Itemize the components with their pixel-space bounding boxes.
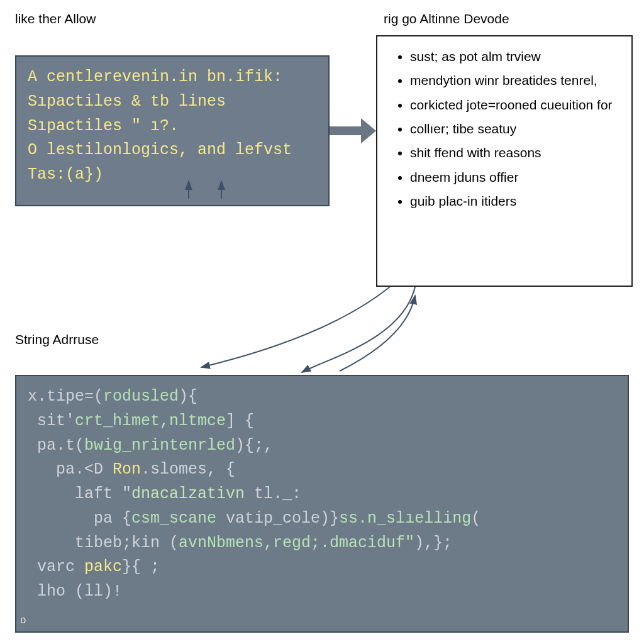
code-line: x.tipe=(rodusled){ — [28, 385, 616, 409]
upper-code-line: A centlerevenin.in bn.ifik: — [28, 65, 317, 90]
lower-code-box: x.tipe=(rodusled){ sit'crt_himet,nltmce]… — [15, 375, 629, 633]
list-item: shit ffend with reasons — [410, 144, 619, 162]
upper-code-line: Sıpactiles " ı?. — [28, 114, 317, 139]
left-header-label: like ther Allow — [15, 11, 96, 26]
code-line: tibeb;kin (avnNbmens,regd;.dmaciduf"),}; — [28, 531, 616, 556]
code-line: sit'crt_himet,nltmce] { — [28, 409, 616, 434]
list-item: sust; as pot alm trview — [410, 48, 619, 65]
right-list: sust; as pot alm trview mendytion winr b… — [396, 48, 619, 210]
code-line: varc pakc}{ ; — [28, 555, 616, 580]
list-item: guib plac-in itiders — [410, 192, 619, 210]
caret-indicator: o — [20, 613, 26, 629]
right-list-box: sust; as pot alm trview mendytion winr b… — [376, 35, 633, 287]
list-item: dneem jduns offier — [410, 169, 619, 186]
upper-code-box: A centlerevenin.in bn.ifik: Sıpactiles &… — [15, 55, 330, 206]
mid-header-label: String Adrruse — [15, 332, 99, 347]
code-line: pa.t(bwig_nrintenrled){;, — [28, 434, 616, 458]
arrow-right-icon — [330, 118, 376, 143]
code-line: lho (ll)! — [28, 580, 616, 604]
right-header-label: rig go Altinne Devode — [384, 11, 509, 26]
upper-code-line: Sıpactiles & tb lines — [28, 90, 317, 114]
upper-code-line: O lestilonlogics, and lefvst — [28, 138, 317, 163]
code-line: pa {csm_scane vatip_cole)}ss.n_slıelling… — [28, 507, 616, 531]
list-item: mendytion winr breatides tenrel, — [410, 72, 619, 89]
list-item: collıer; tibe seatuy — [410, 120, 619, 138]
code-line: pa.<D Ron.slomes, { — [28, 458, 616, 482]
upper-code-line: Tas:(a}) — [28, 163, 317, 187]
list-item: corkicted jote=rooned cueuition for — [410, 96, 619, 114]
code-line: laft "dnacalzativn tl._: — [28, 482, 616, 507]
